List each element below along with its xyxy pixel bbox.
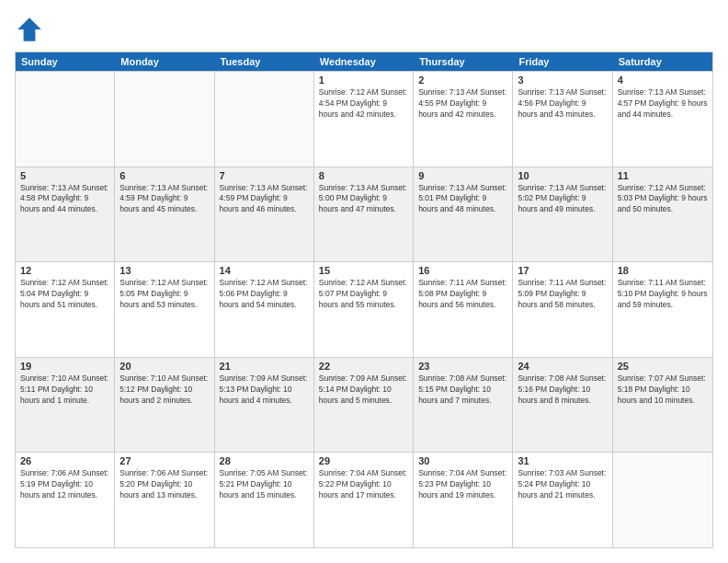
day-cell-30: 30Sunrise: 7:04 AM Sunset: 5:23 PM Dayli… — [414, 453, 513, 547]
day-info: Sunrise: 7:13 AM Sunset: 4:59 PM Dayligh… — [119, 183, 209, 216]
calendar-header: SundayMondayTuesdayWednesdayThursdayFrid… — [16, 52, 712, 71]
calendar-row-1: 5Sunrise: 7:13 AM Sunset: 4:58 PM Daylig… — [16, 167, 712, 262]
calendar-row-0: 1Sunrise: 7:12 AM Sunset: 4:54 PM Daylig… — [16, 71, 712, 167]
day-cell-empty — [16, 72, 115, 167]
day-cell-22: 22Sunrise: 7:09 AM Sunset: 5:14 PM Dayli… — [314, 358, 414, 453]
day-info: Sunrise: 7:13 AM Sunset: 4:55 PM Dayligh… — [418, 87, 507, 121]
day-number: 5 — [20, 170, 109, 181]
logo — [15, 15, 48, 44]
day-number: 3 — [518, 75, 607, 86]
day-cell-26: 26Sunrise: 7:06 AM Sunset: 5:19 PM Dayli… — [16, 453, 115, 547]
day-cell-6: 6Sunrise: 7:13 AM Sunset: 4:59 PM Daylig… — [115, 167, 214, 262]
day-info: Sunrise: 7:04 AM Sunset: 5:22 PM Dayligh… — [319, 468, 408, 501]
day-info: Sunrise: 7:09 AM Sunset: 5:13 PM Dayligh… — [220, 373, 309, 407]
day-info: Sunrise: 7:13 AM Sunset: 5:02 PM Dayligh… — [518, 183, 607, 216]
day-cell-1: 1Sunrise: 7:12 AM Sunset: 4:54 PM Daylig… — [314, 72, 414, 167]
day-info: Sunrise: 7:11 AM Sunset: 5:10 PM Dayligh… — [618, 278, 708, 311]
day-info: Sunrise: 7:04 AM Sunset: 5:23 PM Dayligh… — [418, 468, 507, 501]
weekday-header-sunday: Sunday — [16, 52, 115, 71]
day-cell-empty — [115, 72, 214, 167]
day-number: 19 — [20, 361, 109, 372]
day-cell-15: 15Sunrise: 7:12 AM Sunset: 5:07 PM Dayli… — [314, 262, 414, 357]
day-cell-12: 12Sunrise: 7:12 AM Sunset: 5:04 PM Dayli… — [16, 262, 115, 357]
svg-marker-0 — [17, 17, 41, 41]
day-info: Sunrise: 7:06 AM Sunset: 5:20 PM Dayligh… — [119, 468, 209, 501]
calendar: SundayMondayTuesdayWednesdayThursdayFrid… — [15, 52, 713, 548]
calendar-row-3: 19Sunrise: 7:10 AM Sunset: 5:11 PM Dayli… — [16, 357, 712, 453]
day-info: Sunrise: 7:13 AM Sunset: 4:56 PM Dayligh… — [518, 87, 607, 121]
day-number: 6 — [119, 170, 209, 181]
day-number: 10 — [518, 170, 607, 181]
calendar-row-2: 12Sunrise: 7:12 AM Sunset: 5:04 PM Dayli… — [16, 261, 712, 357]
day-info: Sunrise: 7:12 AM Sunset: 5:07 PM Dayligh… — [319, 278, 408, 311]
page: SundayMondayTuesdayWednesdayThursdayFrid… — [0, 0, 728, 563]
day-info: Sunrise: 7:08 AM Sunset: 5:15 PM Dayligh… — [418, 373, 507, 407]
day-info: Sunrise: 7:12 AM Sunset: 4:54 PM Dayligh… — [319, 87, 408, 121]
day-cell-24: 24Sunrise: 7:08 AM Sunset: 5:16 PM Dayli… — [513, 358, 612, 453]
header — [15, 15, 713, 44]
day-number: 8 — [319, 170, 408, 181]
day-cell-empty — [215, 72, 314, 167]
day-number: 15 — [319, 265, 408, 276]
day-info: Sunrise: 7:10 AM Sunset: 5:12 PM Dayligh… — [119, 373, 209, 407]
day-info: Sunrise: 7:13 AM Sunset: 4:58 PM Dayligh… — [20, 183, 109, 216]
day-number: 23 — [418, 361, 507, 372]
day-cell-21: 21Sunrise: 7:09 AM Sunset: 5:13 PM Dayli… — [215, 358, 314, 453]
weekday-header-monday: Monday — [115, 52, 214, 71]
day-cell-17: 17Sunrise: 7:11 AM Sunset: 5:09 PM Dayli… — [513, 262, 612, 357]
day-number: 13 — [119, 265, 209, 276]
day-number: 21 — [220, 361, 309, 372]
day-info: Sunrise: 7:12 AM Sunset: 5:03 PM Dayligh… — [618, 183, 708, 216]
day-info: Sunrise: 7:13 AM Sunset: 5:00 PM Dayligh… — [319, 183, 408, 216]
weekday-header-saturday: Saturday — [613, 52, 712, 71]
day-number: 9 — [418, 170, 507, 181]
weekday-header-tuesday: Tuesday — [215, 52, 314, 71]
day-number: 12 — [20, 265, 109, 276]
day-info: Sunrise: 7:11 AM Sunset: 5:08 PM Dayligh… — [418, 278, 507, 311]
day-number: 20 — [119, 361, 209, 372]
day-info: Sunrise: 7:06 AM Sunset: 5:19 PM Dayligh… — [20, 468, 109, 501]
day-number: 24 — [518, 361, 607, 372]
day-cell-16: 16Sunrise: 7:11 AM Sunset: 5:08 PM Dayli… — [414, 262, 513, 357]
weekday-header-thursday: Thursday — [414, 52, 513, 71]
day-info: Sunrise: 7:12 AM Sunset: 5:06 PM Dayligh… — [220, 278, 309, 311]
day-cell-27: 27Sunrise: 7:06 AM Sunset: 5:20 PM Dayli… — [115, 453, 214, 547]
day-info: Sunrise: 7:11 AM Sunset: 5:09 PM Dayligh… — [518, 278, 607, 311]
day-number: 16 — [418, 265, 507, 276]
day-cell-4: 4Sunrise: 7:13 AM Sunset: 4:57 PM Daylig… — [613, 72, 712, 167]
day-info: Sunrise: 7:07 AM Sunset: 5:18 PM Dayligh… — [618, 373, 708, 407]
day-cell-25: 25Sunrise: 7:07 AM Sunset: 5:18 PM Dayli… — [613, 358, 712, 453]
day-cell-empty — [613, 453, 712, 547]
day-cell-29: 29Sunrise: 7:04 AM Sunset: 5:22 PM Dayli… — [314, 453, 414, 547]
day-info: Sunrise: 7:08 AM Sunset: 5:16 PM Dayligh… — [518, 373, 607, 407]
day-info: Sunrise: 7:03 AM Sunset: 5:24 PM Dayligh… — [518, 468, 607, 501]
calendar-body: 1Sunrise: 7:12 AM Sunset: 4:54 PM Daylig… — [16, 71, 712, 547]
day-number: 28 — [220, 455, 309, 466]
day-cell-19: 19Sunrise: 7:10 AM Sunset: 5:11 PM Dayli… — [16, 358, 115, 453]
calendar-row-4: 26Sunrise: 7:06 AM Sunset: 5:19 PM Dayli… — [16, 452, 712, 547]
day-cell-8: 8Sunrise: 7:13 AM Sunset: 5:00 PM Daylig… — [314, 167, 414, 262]
day-cell-2: 2Sunrise: 7:13 AM Sunset: 4:55 PM Daylig… — [414, 72, 513, 167]
day-info: Sunrise: 7:13 AM Sunset: 4:57 PM Dayligh… — [618, 87, 708, 121]
day-info: Sunrise: 7:13 AM Sunset: 5:01 PM Dayligh… — [418, 183, 507, 216]
day-number: 25 — [618, 361, 708, 372]
day-number: 1 — [319, 75, 408, 86]
day-cell-10: 10Sunrise: 7:13 AM Sunset: 5:02 PM Dayli… — [513, 167, 612, 262]
day-number: 30 — [418, 455, 507, 466]
day-number: 7 — [220, 170, 309, 181]
day-info: Sunrise: 7:05 AM Sunset: 5:21 PM Dayligh… — [220, 468, 309, 501]
day-info: Sunrise: 7:12 AM Sunset: 5:05 PM Dayligh… — [119, 278, 209, 311]
day-cell-7: 7Sunrise: 7:13 AM Sunset: 4:59 PM Daylig… — [215, 167, 314, 262]
day-info: Sunrise: 7:13 AM Sunset: 4:59 PM Dayligh… — [220, 183, 309, 216]
day-cell-13: 13Sunrise: 7:12 AM Sunset: 5:05 PM Dayli… — [115, 262, 214, 357]
day-cell-9: 9Sunrise: 7:13 AM Sunset: 5:01 PM Daylig… — [414, 167, 513, 262]
day-number: 31 — [518, 455, 607, 466]
day-number: 4 — [618, 75, 708, 86]
weekday-header-friday: Friday — [513, 52, 612, 71]
day-number: 18 — [618, 265, 708, 276]
day-cell-3: 3Sunrise: 7:13 AM Sunset: 4:56 PM Daylig… — [513, 72, 612, 167]
day-number: 26 — [20, 455, 109, 466]
day-info: Sunrise: 7:10 AM Sunset: 5:11 PM Dayligh… — [20, 373, 109, 407]
weekday-header-wednesday: Wednesday — [314, 52, 414, 71]
day-info: Sunrise: 7:12 AM Sunset: 5:04 PM Dayligh… — [20, 278, 109, 311]
